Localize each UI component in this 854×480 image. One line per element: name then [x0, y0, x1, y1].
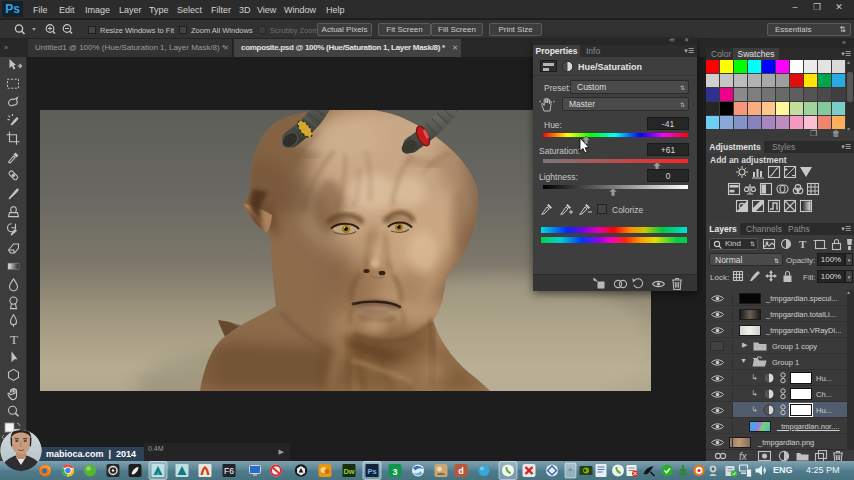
- svg-text:Ps: Ps: [367, 467, 376, 476]
- svg-text:Dw: Dw: [343, 467, 354, 476]
- svg-text:F6: F6: [224, 466, 234, 476]
- svg-text:T: T: [10, 332, 18, 347]
- svg-text:d: d: [458, 466, 464, 476]
- svg-text:T: T: [799, 238, 807, 250]
- svg-text:3: 3: [392, 467, 397, 477]
- svg-text:^: ^: [569, 466, 573, 475]
